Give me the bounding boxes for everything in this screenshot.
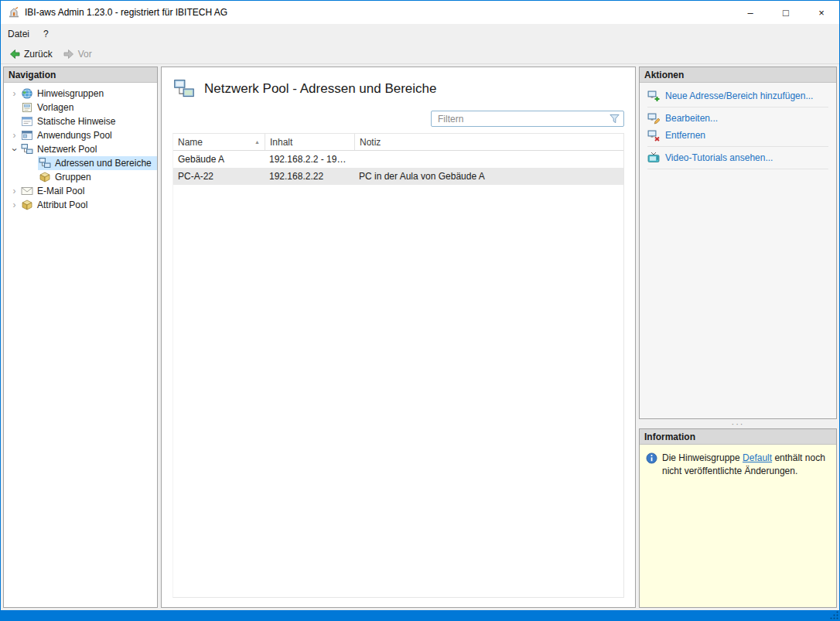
information-body: Die Hinweisgruppe Default enthält noch n…	[640, 445, 836, 607]
column-header-notiz[interactable]: Notiz	[354, 134, 623, 150]
table-header: Name ▲ Inhalt Notiz	[173, 134, 623, 151]
menu-item-datei[interactable]: Datei	[1, 24, 36, 44]
action-label: Video-Tutorials ansehen...	[665, 152, 773, 163]
tree-item-content: Anwendungs Pool	[20, 128, 157, 142]
information-message: Die Hinweisgruppe Default enthält noch n…	[662, 452, 830, 478]
video-tutorials-icon	[647, 152, 660, 164]
resize-grip[interactable]	[829, 610, 839, 620]
forward-button-label: Vor	[78, 49, 92, 60]
forward-arrow-icon	[63, 48, 75, 60]
address-table: Name ▲ Inhalt Notiz Gebäude A 192.168.2.…	[172, 133, 624, 598]
tree-item-label: Hinweisgruppen	[37, 88, 104, 99]
cell-inhalt: 192.168.2.22	[265, 171, 354, 182]
window-title: IBI-aws Admin 1.23.0 - registriert für I…	[25, 7, 227, 18]
table-row[interactable]: Gebäude A 192.168.2.2 - 192.16...	[173, 151, 623, 168]
cell-inhalt: 192.168.2.2 - 192.16...	[265, 154, 354, 165]
tree-item-anwendungs-pool[interactable]: › Anwendungs Pool	[4, 128, 157, 142]
tree-item-netzwerk-pool[interactable]: › Netzwerk Pool	[4, 142, 157, 156]
tree-item-statische-hinweise[interactable]: Statische Hinweise	[4, 114, 157, 128]
adressen-bereiche-icon	[39, 157, 51, 169]
page-title: Netzwerk Pool - Adressen und Bereiche	[204, 81, 437, 97]
action-label: Neue Adresse/Bereich hinzufügen...	[665, 90, 813, 101]
column-header-label: Notiz	[360, 137, 381, 148]
cell-notiz: PC in der Aula von Gebäude A	[354, 171, 623, 182]
tree-item-attribut-pool[interactable]: › Attribut Pool	[4, 198, 157, 212]
filter-box	[431, 111, 624, 127]
status-strip	[1, 610, 839, 620]
anwendungs-pool-icon	[21, 129, 33, 142]
back-button[interactable]: Zurück	[5, 46, 59, 63]
info-icon	[646, 452, 657, 464]
column-header-inhalt[interactable]: Inhalt	[265, 134, 354, 150]
netzwerk-pool-title-icon	[172, 78, 196, 100]
chevron-right-icon[interactable]: ›	[9, 88, 20, 100]
window-controls: – □ ×	[732, 1, 839, 24]
column-header-name[interactable]: Name ▲	[173, 134, 265, 150]
tree-item-label: Netzwerk Pool	[37, 144, 97, 155]
actions-header: Aktionen	[640, 67, 836, 83]
actions-panel: Aktionen Neue Adresse/Bereich hinzufügen…	[639, 67, 837, 419]
filter-funnel-icon[interactable]	[609, 113, 620, 125]
tree-item-content: Gruppen	[38, 170, 157, 184]
action-video-tutorials[interactable]: Video-Tutorials ansehen...	[640, 149, 836, 166]
tree-item-content: Attribut Pool	[20, 198, 157, 212]
navigation-tree: › Hinweisgruppen	[4, 83, 157, 212]
information-header: Information	[640, 429, 836, 445]
action-edit[interactable]: Bearbeiten...	[640, 110, 836, 127]
filter-input[interactable]	[432, 114, 609, 125]
toolbar: Zurück Vor	[1, 44, 839, 64]
default-group-link[interactable]: Default	[743, 452, 772, 463]
maximize-button[interactable]: □	[768, 1, 804, 24]
email-pool-icon	[21, 185, 33, 197]
tree-item-hinweisgruppen[interactable]: › Hinweisgruppen	[4, 87, 157, 101]
tree-item-email-pool[interactable]: › E-Mail Pool	[4, 184, 157, 198]
column-header-label: Inhalt	[270, 137, 292, 148]
action-list: Neue Adresse/Bereich hinzufügen...	[640, 83, 836, 172]
tree-item-content: Hinweisgruppen	[20, 87, 157, 101]
information-text-before: Die Hinweisgruppe	[662, 452, 743, 463]
app-window: IBI-aws Admin 1.23.0 - registriert für I…	[0, 0, 840, 621]
app-body: Navigation › Hinweisgruppe	[1, 64, 839, 610]
forward-button[interactable]: Vor	[59, 46, 98, 63]
chevron-right-icon[interactable]: ›	[9, 200, 20, 211]
statische-hinweise-icon	[21, 115, 33, 128]
right-column: Aktionen Neue Adresse/Bereich hinzufügen…	[639, 67, 837, 608]
navigation-panel: Navigation › Hinweisgruppe	[3, 67, 158, 608]
tree-item-label: E-Mail Pool	[37, 186, 84, 196]
action-add-address[interactable]: Neue Adresse/Bereich hinzufügen...	[640, 87, 836, 104]
chevron-right-icon[interactable]: ›	[9, 186, 20, 197]
information-panel: Information Die Hinweisgruppe Default en…	[639, 428, 837, 608]
column-header-label: Name	[178, 137, 203, 148]
cell-name: PC-A-22	[173, 171, 265, 182]
action-remove[interactable]: Entfernen	[640, 127, 836, 144]
edit-icon	[647, 112, 660, 125]
close-button[interactable]: ×	[804, 1, 839, 24]
chevron-down-icon[interactable]: ›	[9, 144, 20, 155]
menu-item-help[interactable]: ?	[36, 24, 56, 44]
minimize-button[interactable]: –	[732, 1, 768, 24]
filter-row	[172, 111, 624, 127]
tree-item-gruppen[interactable]: Gruppen	[4, 170, 157, 184]
vorlagen-icon	[21, 101, 33, 114]
app-icon	[8, 6, 20, 19]
hinweisgruppen-icon	[21, 87, 33, 100]
cell-name: Gebäude A	[173, 154, 265, 165]
panel-splitter-handle[interactable]: ···	[639, 419, 837, 428]
tree-item-label: Vorlagen	[37, 102, 73, 113]
attribut-pool-icon	[21, 199, 33, 211]
separator	[647, 169, 828, 169]
tree-item-content: Netzwerk Pool	[20, 142, 157, 156]
navigation-header: Navigation	[4, 67, 157, 83]
chevron-right-icon[interactable]: ›	[9, 130, 20, 142]
main-title-row: Netzwerk Pool - Adressen und Bereiche	[172, 77, 624, 101]
separator	[647, 146, 828, 147]
tree-item-adressen-und-bereiche[interactable]: Adressen und Bereiche	[4, 156, 157, 170]
tree-item-vorlagen[interactable]: Vorlagen	[4, 101, 157, 114]
tree-item-label: Anwendungs Pool	[37, 130, 112, 141]
table-row[interactable]: PC-A-22 192.168.2.22 PC in der Aula von …	[173, 168, 623, 185]
back-arrow-icon	[9, 48, 21, 60]
remove-icon	[647, 129, 660, 142]
tree-item-label: Statische Hinweise	[37, 116, 115, 127]
tree-item-content: Adressen und Bereiche	[38, 156, 157, 170]
add-address-icon	[647, 90, 660, 102]
